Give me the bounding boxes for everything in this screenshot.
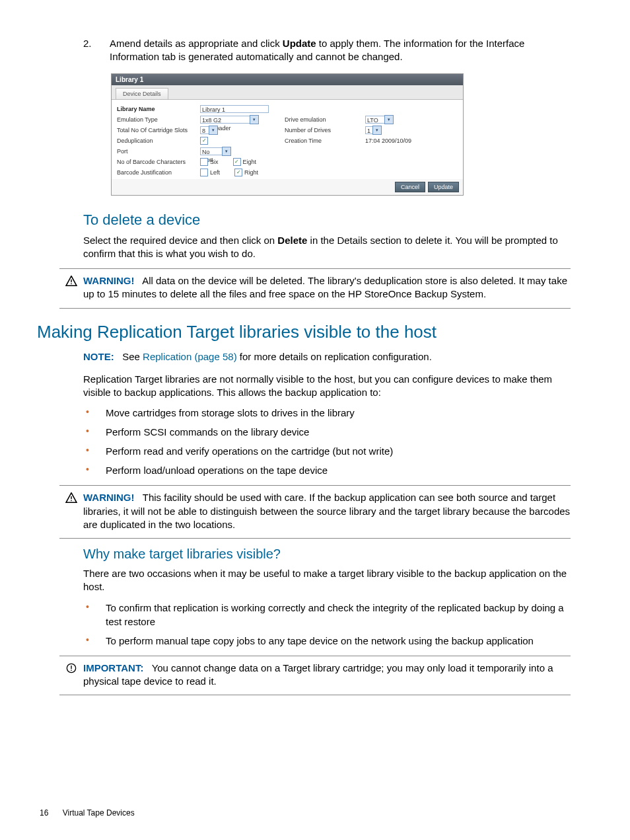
important-text: You cannot change data on a Target libra… xyxy=(83,662,553,687)
checkbox-eight[interactable]: ✓ xyxy=(233,158,241,166)
svg-rect-0 xyxy=(71,280,71,282)
svg-rect-3 xyxy=(71,500,71,501)
heading-delete-device: To delete a device xyxy=(83,211,571,229)
checkbox-six[interactable]: ✓ xyxy=(200,158,208,166)
bullets-replication-allows: •Move cartridges from storage slots to d… xyxy=(83,406,571,477)
tab-device-details[interactable]: Device Details xyxy=(116,88,168,99)
important-icon xyxy=(66,663,77,689)
label-barcode-just: Barcode Justification xyxy=(114,169,200,176)
chevron-down-icon: ▾ xyxy=(209,126,218,135)
bullet-icon: • xyxy=(83,634,106,648)
bullet-icon: • xyxy=(83,444,106,458)
warning-label: WARNING! xyxy=(83,492,135,503)
label-barcode-chars: No of Barcode Characters xyxy=(114,159,200,165)
note-label: NOTE: xyxy=(83,351,114,362)
important-cannot-change: IMPORTANT: You cannot change data on a T… xyxy=(59,656,571,696)
ui-form-body: Library Name Library 1 Emulation Type 1x… xyxy=(112,100,463,179)
label-num-drives: Number of Drives xyxy=(282,127,365,134)
dropdown-total-slots[interactable]: 8▾ xyxy=(200,126,218,135)
numbered-step-list: 2. Amend details as appropriate and clic… xyxy=(59,37,571,64)
dropdown-emulation-type[interactable]: 1x8 G2 Autoloader▾ xyxy=(200,115,259,124)
warning-text: All data on the device will be deleted. … xyxy=(83,275,567,299)
label-total-slots: Total No Of Cartridge Slots xyxy=(114,127,200,134)
list-item: Move cartridges from storage slots to dr… xyxy=(106,406,571,420)
warning-icon xyxy=(65,492,77,531)
note-replication: NOTE: See Replication (page 58) for more… xyxy=(59,350,571,365)
heading-making-visible: Making Replication Target libraries visi… xyxy=(37,322,571,342)
chevron-down-icon: ▾ xyxy=(384,115,394,124)
list-item: To confirm that replication is working c… xyxy=(106,601,571,629)
heading-why-visible: Why make target libraries visible? xyxy=(83,547,571,562)
warning-delete-data: WARNING! All data on the device will be … xyxy=(59,268,571,309)
list-item: Perform read and verify operations on th… xyxy=(106,444,571,458)
label-drive-emulation: Drive emulation xyxy=(282,116,365,123)
bullet-icon: • xyxy=(83,463,106,477)
chevron-down-icon: ▾ xyxy=(250,115,259,124)
label-library-name: Library Name xyxy=(114,106,200,112)
step-text: Amend details as appropriate and click U… xyxy=(103,37,571,64)
bullet-icon: • xyxy=(83,425,106,439)
page-footer: 16 Virtual Tape Devices xyxy=(40,808,135,818)
warning-label: WARNING! xyxy=(83,275,135,286)
device-details-ui: Library 1 Device Details Library Name Li… xyxy=(111,73,464,196)
chevron-down-icon: ▾ xyxy=(222,147,231,156)
step-2: 2. Amend details as appropriate and clic… xyxy=(59,37,571,64)
bullets-why-visible: •To confirm that replication is working … xyxy=(83,601,571,648)
warning-icon xyxy=(65,276,77,301)
warning-text: This facility should be used with care. … xyxy=(83,492,570,530)
bullet-icon: • xyxy=(83,601,106,629)
svg-rect-1 xyxy=(71,284,71,284)
ui-button-row: Cancel Update xyxy=(112,179,463,195)
checkbox-right[interactable]: ✓ xyxy=(234,169,242,176)
para-why-visible: There are two occasions when it may be u… xyxy=(83,567,571,594)
bullet-icon: • xyxy=(83,406,106,420)
svg-rect-6 xyxy=(71,669,71,670)
ui-titlebar: Library 1 xyxy=(112,74,463,85)
cancel-button[interactable]: Cancel xyxy=(395,182,425,192)
checkbox-deduplication[interactable]: ✓ xyxy=(200,137,208,145)
label-port: Port xyxy=(114,148,200,155)
list-item: To perform manual tape copy jobs to any … xyxy=(106,634,571,648)
step-number: 2. xyxy=(59,37,103,64)
section-title: Virtual Tape Devices xyxy=(63,808,135,818)
list-item: Perform load/unload operations on the ta… xyxy=(106,463,571,477)
label-emulation-type: Emulation Type xyxy=(114,116,200,123)
para-replication-intro: Replication Target libraries are not nor… xyxy=(83,373,571,400)
input-library-name[interactable]: Library 1 xyxy=(200,105,269,113)
dropdown-num-drives[interactable]: 1▾ xyxy=(365,126,382,135)
link-replication-page[interactable]: Replication (page 58) xyxy=(143,351,237,362)
important-label: IMPORTANT: xyxy=(83,662,143,673)
dropdown-drive-emulation[interactable]: LTO 3▾ xyxy=(365,115,394,124)
svg-rect-2 xyxy=(71,496,71,499)
label-deduplication: Deduplication xyxy=(114,137,200,144)
warning-use-with-care: WARNING! This facility should be used wi… xyxy=(59,485,571,539)
svg-rect-5 xyxy=(71,666,71,669)
label-creation-time: Creation Time xyxy=(282,137,365,144)
checkbox-left[interactable]: ✓ xyxy=(200,169,208,176)
ui-tab-row: Device Details xyxy=(112,85,463,100)
page-number: 16 xyxy=(40,808,48,818)
update-button[interactable]: Update xyxy=(428,182,459,192)
para-delete-device: Select the required device and then clic… xyxy=(83,234,571,261)
list-item: Perform SCSI commands on the library dev… xyxy=(106,425,571,439)
dropdown-port[interactable]: No Port▾ xyxy=(200,147,231,156)
chevron-down-icon: ▾ xyxy=(372,126,382,135)
value-creation-time: 17:04 2009/10/09 xyxy=(365,137,460,144)
